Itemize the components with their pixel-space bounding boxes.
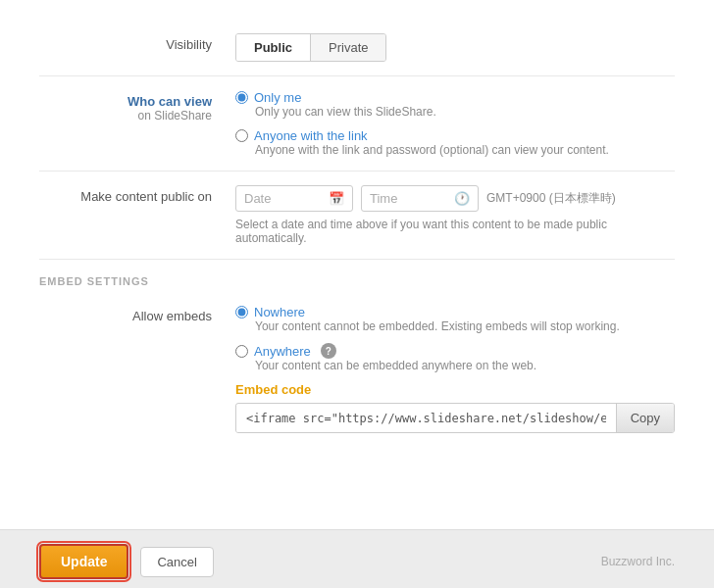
nowhere-desc: Your content cannot be embedded. Existin…: [255, 319, 675, 333]
private-button[interactable]: Private: [310, 34, 385, 61]
timezone-label: GMT+0900 (日本標準時): [486, 190, 616, 207]
embed-settings-header: EMBED SETTINGS: [39, 260, 675, 291]
anyone-link-option: Anyone with the link Anyone with the lin…: [235, 128, 675, 157]
embed-code-label: Embed code: [235, 382, 675, 397]
visibility-control: Public Private: [235, 33, 675, 62]
clock-icon: 🕐: [454, 191, 470, 206]
who-can-view-control: Only me Only you can view this SlideShar…: [235, 90, 675, 157]
anywhere-desc: Your content can be embedded anywhere on…: [255, 359, 675, 372]
anywhere-option: Anywhere ? Your content can be embedded …: [235, 343, 675, 372]
anyone-link-label[interactable]: Anyone with the link: [254, 128, 368, 143]
only-me-option: Only me Only you can view this SlideShar…: [235, 90, 675, 119]
make-public-label: Make content public on: [39, 185, 235, 204]
anyone-link-radio[interactable]: [235, 129, 248, 142]
embed-code-input[interactable]: [236, 405, 616, 432]
anywhere-label[interactable]: Anywhere: [254, 344, 311, 359]
make-public-hint: Select a date and time above if you want…: [235, 218, 675, 245]
view-options-group: Only me Only you can view this SlideShar…: [235, 90, 675, 157]
copy-button[interactable]: Copy: [616, 404, 674, 432]
only-me-desc: Only you can view this SlideShare.: [255, 105, 675, 119]
visibility-label: Visibility: [39, 33, 235, 52]
make-public-control: Date 📅 Time 🕐 GMT+0900 (日本標準時) Select a …: [235, 185, 675, 245]
visibility-toggle[interactable]: Public Private: [235, 33, 386, 62]
calendar-icon: 📅: [329, 191, 344, 206]
nowhere-radio[interactable]: [235, 306, 248, 318]
time-input[interactable]: Time 🕐: [361, 185, 479, 212]
nowhere-option: Nowhere Your content cannot be embedded.…: [235, 305, 675, 333]
nowhere-label[interactable]: Nowhere: [254, 305, 305, 319]
public-button[interactable]: Public: [236, 34, 310, 61]
brand-label: Buzzword Inc.: [601, 555, 675, 568]
footer: Update Cancel Buzzword Inc.: [0, 529, 714, 588]
footer-actions: Update Cancel: [39, 544, 214, 579]
allow-embeds-label: Allow embeds: [39, 305, 235, 323]
only-me-radio[interactable]: [235, 91, 248, 104]
allow-embeds-control: Nowhere Your content cannot be embedded.…: [235, 305, 675, 433]
embed-code-section: Embed code Copy: [235, 382, 675, 433]
info-icon[interactable]: ?: [321, 343, 336, 359]
who-can-view-label: Who can view on SlideShare: [39, 90, 235, 122]
update-button[interactable]: Update: [39, 544, 128, 579]
embed-code-row: Copy: [235, 403, 675, 433]
only-me-label[interactable]: Only me: [254, 90, 301, 105]
cancel-button[interactable]: Cancel: [140, 547, 213, 577]
embed-options-group: Nowhere Your content cannot be embedded.…: [235, 305, 675, 372]
date-input[interactable]: Date 📅: [235, 185, 353, 212]
anywhere-radio[interactable]: [235, 345, 248, 358]
anyone-link-desc: Anyone with the link and password (optio…: [255, 143, 675, 157]
